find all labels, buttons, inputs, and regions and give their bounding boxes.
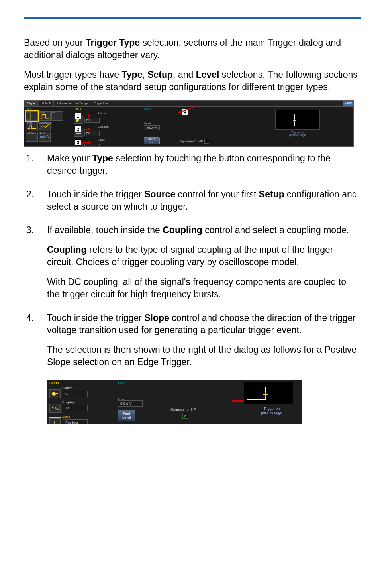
source-control[interactable]: C1	[49, 389, 117, 398]
preview-panel: Trigger on positive edge	[242, 107, 353, 147]
page: Based on your Trigger Type selection, se…	[0, 0, 380, 448]
status-line-1: Trigger on	[244, 407, 300, 411]
source-value: C1	[84, 118, 100, 123]
coupling-control[interactable]: AC	[49, 404, 117, 413]
tab-software-assisted[interactable]: Software Assisted Trigger	[54, 101, 91, 106]
text: control for your first	[175, 189, 259, 199]
header-rule	[24, 17, 361, 19]
text-bold: Coupling	[47, 244, 87, 255]
setup-column: Setup Source C1 Coupling AC Slope Positi…	[47, 380, 119, 424]
slope-control[interactable]: Positive	[49, 418, 117, 424]
source-value: C1	[63, 391, 88, 397]
optimize-hf-label: Optimize for HF	[170, 407, 196, 411]
text: control and select a coupling mode.	[202, 225, 349, 235]
text: With DC coupling, all of the signal's fr…	[47, 276, 361, 301]
level-value[interactable]: -50.0 mV	[144, 125, 160, 130]
source-control[interactable]: C1	[74, 116, 140, 124]
close-button[interactable]: Close	[343, 101, 353, 106]
svg-point-2	[52, 392, 56, 396]
text: Make your	[47, 153, 92, 163]
type-smart[interactable]: Smart	[26, 122, 38, 131]
type-multistage[interactable]: MultiStage	[26, 132, 38, 142]
tab-holdoff[interactable]: Holdoff	[39, 101, 54, 106]
step-2: Touch inside the trigger Source control …	[24, 188, 361, 220]
text-bold: Setup	[259, 189, 284, 199]
trigger-dialog-screenshot: Trigger Holdoff Software Assisted Trigge…	[24, 100, 354, 147]
setup-header: Setup	[74, 108, 140, 110]
dialog-body: Type Edge Width Pat Smart Measurement Mu…	[24, 107, 353, 147]
optimize-column: Optimize for HF ✓	[170, 407, 196, 419]
coupling-value: AC	[63, 405, 88, 411]
status-line-1: Trigger on	[246, 131, 349, 134]
tab-trigger[interactable]: Trigger	[24, 101, 39, 106]
optimize-hf-checkbox[interactable]: Optimize for HF	[180, 139, 209, 144]
type-serial[interactable]: Serial	[39, 132, 51, 142]
coupling-icon	[49, 404, 61, 413]
slope-icon	[49, 418, 61, 424]
text: , and	[173, 69, 196, 80]
step-list: Make your Type selection by touching the…	[24, 152, 361, 376]
type-grid: Edge Width Pat Smart Measurement MultiSt…	[26, 111, 70, 142]
level-column: Level Level 0.0 mV Find Level	[116, 380, 168, 423]
step-4: Touch inside the trigger Slope control a…	[24, 312, 361, 376]
level-panel: Level 4 Level -50.0 mV Find Level Optimi…	[142, 107, 242, 147]
trigger-preview	[275, 110, 320, 130]
setup-header: Setup	[49, 381, 117, 385]
text-bold: Type	[121, 69, 142, 80]
type-measurement[interactable]: Measurement	[39, 122, 51, 131]
type-edge[interactable]: Edge	[26, 111, 38, 121]
text: Based on your	[24, 37, 86, 48]
coupling-value: DC	[84, 131, 100, 136]
find-level-button[interactable]: Find Level	[144, 137, 160, 144]
callout-3: 3	[75, 139, 81, 146]
text-bold: Trigger Type	[86, 37, 140, 48]
level-label: Level	[144, 122, 151, 125]
source-label: Source	[98, 112, 106, 115]
slope-value: Positive	[63, 419, 88, 424]
text-bold: Type	[92, 153, 113, 163]
text: If available, touch inside the	[47, 225, 163, 235]
text-bold: Coupling	[163, 225, 202, 235]
callout-2: 2	[75, 126, 81, 132]
arrow-icon	[81, 129, 89, 130]
text-bold: Slope	[144, 313, 169, 323]
find-level-button[interactable]: Find Level	[118, 410, 135, 421]
trigger-preview	[244, 382, 293, 404]
source-icon	[49, 389, 61, 398]
text: ,	[142, 69, 147, 80]
type-width[interactable]: Width	[39, 111, 51, 121]
tab-bar: Trigger Holdoff Software Assisted Trigge…	[24, 101, 353, 107]
optimize-hf-checkbox[interactable]: Optimize for HF	[170, 407, 196, 411]
arrow-icon	[81, 116, 89, 116]
text: Most trigger types have	[24, 69, 121, 80]
text-bold: Setup	[147, 69, 173, 80]
intro-para-1: Based on your Trigger Type selection, se…	[24, 37, 361, 61]
step-1: Make your Type selection by touching the…	[24, 152, 361, 184]
text: Touch inside the trigger	[47, 189, 144, 199]
setup-panel: Setup Source C1 1 Coupling DC	[72, 107, 142, 147]
type-header: Type	[26, 108, 70, 110]
text-bold: Source	[144, 189, 175, 199]
slope-label: Slope	[98, 138, 105, 141]
step-3: If available, touch inside the Coupling …	[24, 224, 361, 307]
checkbox-icon: ✓	[182, 413, 188, 419]
optimize-hf-label: Optimize for HF	[180, 140, 203, 143]
intro-para-2: Most trigger types have Type, Setup, and…	[24, 69, 361, 93]
coupling-control[interactable]: DC	[74, 130, 140, 137]
preview-column: Trigger on positive edge	[244, 382, 300, 415]
slope-control[interactable]: Positive	[74, 143, 140, 147]
level-value[interactable]: 0.0 mV	[118, 400, 143, 407]
arrow-icon	[81, 142, 89, 143]
slope-value: Positive	[84, 144, 100, 147]
text: The selection is then shown to the right…	[47, 344, 361, 368]
status-line-2: positive edge	[246, 134, 349, 136]
tab-triggerscan[interactable]: TriggerScan	[91, 101, 112, 106]
text: Touch inside the trigger	[47, 313, 144, 323]
text: refers to the type of signal coupling at…	[47, 244, 333, 267]
status-line-2: positive edge	[244, 411, 300, 415]
coupling-label: Coupling	[98, 125, 109, 128]
text-bold: Level	[196, 69, 219, 80]
type-pattern[interactable]: Pat	[51, 111, 63, 121]
callout-1: 1	[75, 113, 81, 119]
level-header: Level	[118, 381, 166, 385]
